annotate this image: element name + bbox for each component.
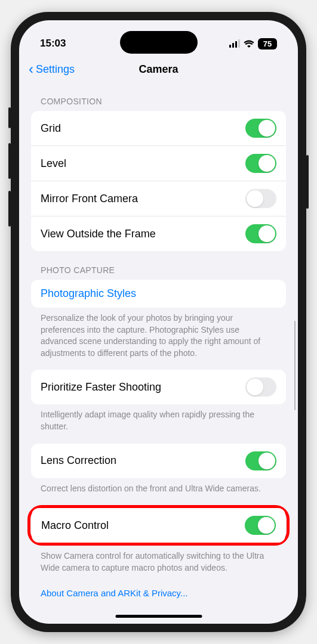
- battery-indicator: 75: [258, 38, 277, 49]
- macro-footer: Show Camera control for automatically sw…: [31, 546, 286, 574]
- volume-down-button: [8, 191, 11, 227]
- scroll-indicator[interactable]: [294, 321, 296, 410]
- macro-highlight: Macro Control: [27, 505, 290, 546]
- composition-group: Grid Level Mirror Front Camera View Outs…: [31, 111, 286, 251]
- prioritize-footer: Intelligently adapt image quality when r…: [31, 404, 286, 432]
- lens-row: Lens Correction: [31, 444, 286, 478]
- view-outside-row: View Outside the Frame: [31, 216, 286, 251]
- chevron-left-icon: ‹: [29, 62, 33, 76]
- macro-row: Macro Control: [32, 508, 285, 543]
- status-right: 75: [229, 38, 277, 49]
- home-indicator[interactable]: [115, 615, 202, 618]
- nav-bar: ‹ Settings Camera: [19, 55, 298, 82]
- page-title: Camera: [139, 63, 178, 76]
- macro-group: Macro Control: [32, 508, 285, 543]
- lens-label: Lens Correction: [41, 454, 116, 467]
- status-time: 15:03: [40, 38, 66, 49]
- grid-row: Grid: [31, 111, 286, 146]
- back-button[interactable]: ‹ Settings: [29, 62, 75, 76]
- lens-toggle[interactable]: [245, 451, 276, 470]
- photographic-styles-group: Photographic Styles: [31, 280, 286, 308]
- prioritize-toggle[interactable]: [245, 377, 276, 397]
- photographic-styles-link[interactable]: Photographic Styles: [31, 280, 286, 308]
- back-label: Settings: [36, 63, 75, 76]
- photographic-styles-label: Photographic Styles: [41, 287, 136, 300]
- phone-frame: 15:03 75 ‹ Settings Camera COMPOSIT: [11, 12, 306, 632]
- prioritize-label: Prioritize Faster Shooting: [41, 381, 161, 394]
- screen: 15:03 75 ‹ Settings Camera COMPOSIT: [19, 20, 298, 624]
- silence-switch: [8, 107, 11, 128]
- level-label: Level: [41, 157, 66, 170]
- lens-footer: Correct lens distortion on the front and…: [31, 478, 286, 495]
- macro-label: Macro Control: [41, 519, 109, 532]
- section-header-composition: COMPOSITION: [31, 82, 286, 111]
- cellular-signal-icon: [229, 39, 240, 48]
- macro-toggle[interactable]: [245, 516, 276, 535]
- level-toggle[interactable]: [245, 154, 276, 173]
- view-outside-toggle[interactable]: [245, 224, 276, 243]
- dynamic-island: [120, 31, 198, 54]
- section-header-photo-capture: PHOTO CAPTURE: [31, 251, 286, 280]
- mirror-label: Mirror Front Camera: [41, 193, 138, 205]
- lens-group: Lens Correction: [31, 444, 286, 478]
- view-outside-label: View Outside the Frame: [41, 228, 156, 240]
- content-area[interactable]: COMPOSITION Grid Level Mirror Front Came…: [19, 82, 298, 620]
- power-button: [306, 155, 309, 209]
- grid-toggle[interactable]: [245, 119, 276, 138]
- prioritize-row: Prioritize Faster Shooting: [31, 370, 286, 404]
- volume-up-button: [8, 143, 11, 179]
- level-row: Level: [31, 146, 286, 181]
- wifi-icon: [244, 39, 254, 48]
- mirror-row: Mirror Front Camera: [31, 181, 286, 216]
- photographic-styles-footer: Personalize the look of your photos by b…: [31, 308, 286, 359]
- grid-label: Grid: [41, 122, 61, 135]
- mirror-toggle[interactable]: [245, 189, 276, 208]
- about-camera-privacy-link[interactable]: About Camera and ARKit & Privacy...: [31, 574, 286, 604]
- prioritize-group: Prioritize Faster Shooting: [31, 370, 286, 404]
- battery-level: 75: [258, 38, 277, 49]
